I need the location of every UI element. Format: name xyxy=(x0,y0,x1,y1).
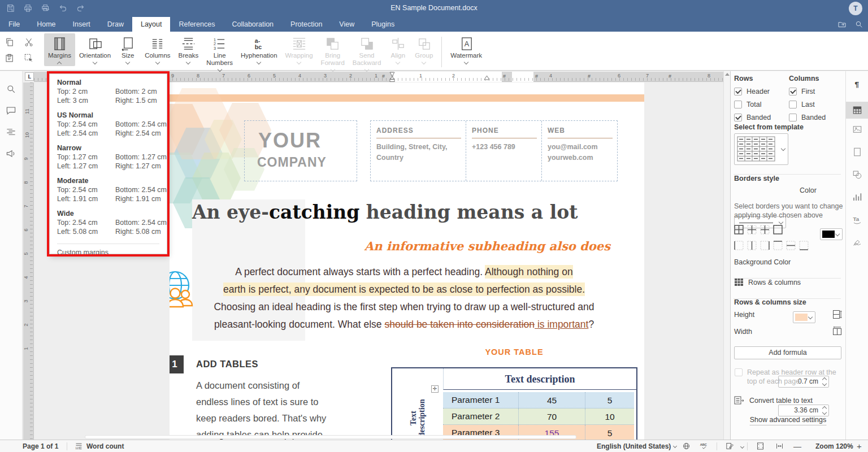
textart-settings-icon[interactable]: Ta xyxy=(852,215,862,225)
inner-borders-icon[interactable] xyxy=(747,225,757,234)
width-stepper[interactable]: 3.36 cm xyxy=(778,405,829,416)
group-button[interactable]: Group xyxy=(411,33,437,64)
inner-horizontal-icon[interactable] xyxy=(786,241,796,250)
wrapping-button[interactable]: Wrapping xyxy=(281,33,317,64)
language-selector[interactable]: English (United States) xyxy=(597,442,676,450)
track-changes-icon[interactable] xyxy=(726,442,734,450)
align-button[interactable]: Align xyxy=(385,33,411,64)
breaks-button[interactable]: Breaks xyxy=(175,33,203,64)
navigation-icon[interactable] xyxy=(6,127,16,137)
user-avatar[interactable]: T xyxy=(849,2,862,15)
inner-vertical-icon[interactable] xyxy=(747,241,757,250)
open-file-location-icon[interactable] xyxy=(837,20,847,29)
table-template-select[interactable] xyxy=(734,133,788,165)
zoom-level[interactable]: Zoom 120% xyxy=(815,442,853,450)
search-icon[interactable] xyxy=(854,20,863,29)
tab-draw[interactable]: Draw xyxy=(99,17,132,32)
tab-home[interactable]: Home xyxy=(28,17,64,32)
copy-icon[interactable] xyxy=(5,37,20,47)
hanging-indent-marker[interactable] xyxy=(484,75,490,80)
vertical-scrollbar[interactable] xyxy=(723,71,730,440)
chevron-down-icon[interactable] xyxy=(740,445,744,449)
horizontal-scrollbar[interactable] xyxy=(85,435,576,439)
spellcheck-icon[interactable]: ABC xyxy=(700,442,708,450)
table-row[interactable]: Parameter 1455 xyxy=(443,392,634,408)
spin-down-icon[interactable] xyxy=(822,410,827,415)
table-row[interactable]: Parameter 27010 xyxy=(443,408,634,425)
columns-button[interactable]: Columns xyxy=(141,33,174,64)
checkbox[interactable] xyxy=(789,101,797,108)
tab-collaboration[interactable]: Collaboration xyxy=(223,17,282,32)
zoom-in-button[interactable]: + xyxy=(857,441,862,451)
cut-icon[interactable] xyxy=(24,37,40,47)
word-count-button[interactable]: Word count xyxy=(86,442,124,450)
rows-total-checkbox[interactable]: Total xyxy=(734,98,771,111)
indent-marker[interactable] xyxy=(389,72,396,82)
shape-settings-icon[interactable] xyxy=(852,169,862,180)
advanced-settings-link[interactable]: Show advanced settings xyxy=(731,416,845,424)
margin-preset-wide[interactable]: WideTop: 2.54 cmBottom: 2.54 cmLeft: 5.0… xyxy=(57,210,167,237)
top-border-icon[interactable] xyxy=(773,241,783,250)
send-backward-button[interactable]: Send Backward xyxy=(349,33,385,72)
scroll-up-arrow[interactable] xyxy=(725,73,730,76)
size-button[interactable]: Size xyxy=(115,33,141,64)
margin-preset-normal[interactable]: NormalTop: 2 cmBottom: 2 cmLeft: 3 cmRig… xyxy=(57,79,167,106)
bring-forward-button[interactable]: Bring Forward xyxy=(317,33,349,72)
columns-first-checkbox[interactable]: First xyxy=(789,85,826,98)
chart-settings-icon[interactable] xyxy=(852,192,862,202)
select-all-icon[interactable] xyxy=(24,53,40,63)
comment-icon[interactable] xyxy=(6,105,16,116)
vertical-ruler[interactable]: 1110987654321 xyxy=(23,82,34,440)
checkbox[interactable] xyxy=(734,88,742,95)
table-move-handle[interactable]: ✛ xyxy=(431,385,439,393)
paragraph-settings-icon[interactable]: ¶ xyxy=(852,79,862,89)
custom-margins-item[interactable]: Custom margins xyxy=(57,244,167,261)
checkbox[interactable] xyxy=(734,101,742,108)
document-table[interactable]: Text description Text description Parame… xyxy=(391,367,637,440)
right-border-icon[interactable] xyxy=(760,241,770,250)
fit-page-icon[interactable] xyxy=(756,442,765,450)
margin-preset-narrow[interactable]: NarrowTop: 1.27 cmBottom: 1.27 cmLeft: 1… xyxy=(57,144,167,171)
feedback-icon[interactable] xyxy=(6,148,16,159)
search-icon[interactable] xyxy=(6,84,16,94)
orientation-button[interactable]: Orientation xyxy=(75,33,115,64)
left-border-icon[interactable] xyxy=(734,241,744,250)
checkbox[interactable] xyxy=(734,114,742,121)
headerfooter-settings-icon[interactable] xyxy=(852,147,862,157)
add-formula-button[interactable]: Add formula xyxy=(734,346,841,359)
paste-icon[interactable] xyxy=(5,53,20,63)
margin-preset-us-normal[interactable]: US NormalTop: 2.54 cmBottom: 2.54 cmLeft… xyxy=(57,111,167,138)
bottom-border-icon[interactable] xyxy=(799,241,809,250)
tab-layout[interactable]: Layout xyxy=(132,17,171,32)
tab-protection[interactable]: Protection xyxy=(282,17,331,32)
tab-file[interactable]: File xyxy=(0,17,28,32)
zoom-out-button[interactable]: — xyxy=(793,442,801,451)
tab-stop-selector[interactable]: L xyxy=(25,72,34,81)
tab-plugins[interactable]: Plugins xyxy=(363,17,403,32)
fit-width-icon[interactable] xyxy=(775,442,784,450)
convert-table-to-text[interactable]: Convert table to text xyxy=(734,396,813,405)
hyphenation-button[interactable]: a-bcHyphenation xyxy=(237,33,281,64)
rows-banded-checkbox[interactable]: Banded xyxy=(734,111,771,124)
tab-insert[interactable]: Insert xyxy=(64,17,99,32)
margin-preset-moderate[interactable]: ModerateTop: 2.54 cmBottom: 2.54 cmLeft:… xyxy=(57,177,167,204)
line-numbers-button[interactable]: 123Line Numbers xyxy=(202,33,237,72)
rows-columns-menu[interactable]: Rows & columns xyxy=(734,278,805,286)
distribute-columns-icon[interactable] xyxy=(832,327,842,336)
tab-references[interactable]: References xyxy=(170,17,223,32)
inner-cross-icon[interactable] xyxy=(760,225,770,234)
distribute-rows-icon[interactable] xyxy=(832,310,842,319)
signature-settings-icon[interactable] xyxy=(852,237,862,247)
watermark-button[interactable]: AWatermark xyxy=(446,33,486,64)
columns-last-checkbox[interactable]: Last xyxy=(789,98,826,111)
rows-header-checkbox[interactable]: Header xyxy=(734,85,771,98)
margins-button[interactable]: Margins xyxy=(44,33,75,66)
background-color-select[interactable] xyxy=(793,311,815,323)
image-settings-icon[interactable] xyxy=(852,124,862,134)
document-page[interactable]: YOUR COMPANY ADDRESSBuilding, Street, Ci… xyxy=(170,82,644,440)
columns-banded-checkbox[interactable]: Banded xyxy=(789,111,826,124)
page-indicator[interactable]: Page 1 of 1 xyxy=(23,442,58,450)
set-language-icon[interactable] xyxy=(682,442,691,450)
border-color-select[interactable] xyxy=(820,228,843,240)
checkbox[interactable] xyxy=(789,114,797,121)
